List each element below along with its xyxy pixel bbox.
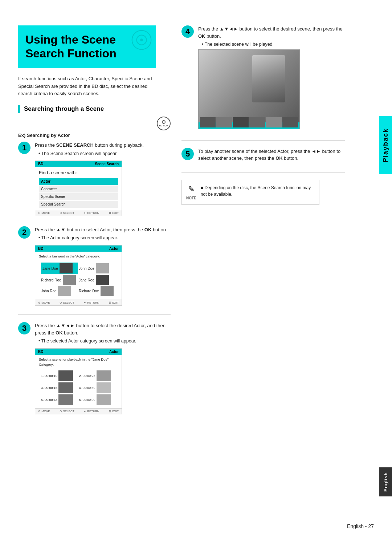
actor-jane-roe: Jane Roe [79, 275, 116, 285]
footer-select-1: ⊙ SELECT [60, 211, 74, 215]
svg-point-2 [140, 38, 143, 41]
screen-mockup-3: BD Actor Select a scene for playback in … [35, 348, 122, 414]
footer-select-3: ⊙ SELECT [60, 410, 74, 413]
actor-jane-doe: Jane Doe [41, 263, 78, 274]
screen-2-header-right: Actor [109, 247, 119, 251]
screen-1-header-right: Scene Search [95, 162, 119, 166]
screen-3-subtext: Select a scene for playback in the "Jane… [39, 357, 118, 368]
left-column: Using the Scene Search Function If searc… [18, 25, 171, 423]
actor-thumb-jane-roe [96, 275, 109, 285]
step-5-content: To play another scene of the selected Ac… [198, 148, 345, 163]
scene-cell-2: 2. 00:00:25 [79, 370, 116, 381]
step-1-bullet: The Scene Search screen will appear. [38, 150, 171, 157]
page-number: English - 27 [347, 523, 374, 529]
step-2-number: 2 [18, 226, 30, 239]
scene-cell-1: 1. 00:00:10 [41, 370, 78, 381]
step-3: 3 Press the ▲▼◄► button to select the de… [18, 322, 171, 414]
scene-image-large [198, 49, 300, 129]
scene-cell-5: 5. 00:00:48 [41, 394, 78, 405]
note-text: Depending on the disc, the Scene Search … [201, 185, 311, 197]
scene-small-thumb-4 [249, 117, 265, 127]
step-1-content: Press the SCENE SEARCH button during pla… [35, 142, 171, 218]
step-1: 1 Press the SCENE SEARCH button during p… [18, 142, 171, 218]
title-decorative-icon [131, 29, 152, 51]
subsection-heading: Searching through a Scene [18, 105, 171, 113]
step-2: 2 Press the ▲▼ button to select Actor, t… [18, 226, 171, 306]
screen-1-footer: ⊙ MOVE ⊙ SELECT ↩ RETURN ⊠ EXIT [35, 210, 122, 216]
step-4-content: Press the ▲▼◄► button to select the desi… [198, 25, 345, 131]
step-2-content: Press the ▲▼ button to select Actor, the… [35, 226, 171, 306]
screen-2-body: Select a keyword in the 'Actor' category… [35, 252, 122, 300]
scene-thumb-3 [58, 382, 73, 393]
scene-thumb-2 [97, 370, 111, 381]
scene-cell-4: 4. 00:00:50 [79, 382, 116, 393]
screen-3-header-left: BD [38, 350, 43, 354]
note-pencil-icon: ✎ [188, 184, 195, 194]
footer-exit-1: ⊠ EXIT [109, 211, 119, 215]
actor-richard-doe: Richard Doe [79, 286, 116, 296]
screen-2-subtext: Select a keyword in the 'Actor' category… [39, 254, 118, 259]
step-4-number: 4 [181, 25, 194, 38]
note-box: ✎ NOTE ■ Depending on the disc, the Scen… [181, 180, 319, 205]
scene-thumb-5 [58, 394, 73, 405]
footer-exit-2: ⊠ EXIT [109, 301, 119, 304]
actor-john-roe: John Roe [41, 286, 78, 296]
step-4: 4 Press the ▲▼◄► button to select the de… [181, 25, 345, 131]
footer-return-3: ↩ RETURN [84, 410, 99, 413]
screen-3-header-right: Actor [109, 350, 119, 354]
actor-richard-roe: Richard Roe [41, 275, 78, 285]
note-content: ■ Depending on the disc, the Scene Searc… [201, 184, 315, 200]
scene-small-thumb-1 [200, 117, 216, 127]
ex-label: Ex) Searching by Actor [18, 133, 171, 138]
footer-select-2: ⊙ SELECT [60, 301, 74, 304]
page-wrapper: Playback English Using the Scene Search … [0, 0, 392, 540]
step-5: 5 To play another scene of the selected … [181, 148, 345, 163]
menu-item-specific-scene: Specific Scene [39, 193, 118, 200]
step-3-content: Press the ▲▼◄► button to select the desi… [35, 322, 171, 414]
screen-1-find-text: Find a scene with: [39, 169, 118, 176]
actor-thumb-jane-doe [60, 263, 73, 273]
bdrom-icon: BD-ROM [157, 117, 171, 130]
screen-3-body: Select a scene for playback in the "Jane… [35, 355, 122, 408]
title-box: Using the Scene Search Function [18, 25, 156, 68]
scene-thumbnail-row [200, 117, 298, 127]
step-2-bullet: The Actor category screen will appear. [38, 235, 171, 241]
step-3-number: 3 [18, 322, 30, 334]
menu-item-actor: Actor [39, 178, 118, 185]
step-4-bullet: The selected scene will be played. [202, 41, 345, 48]
section-description: If search functions such as Actor, Chara… [18, 75, 160, 98]
step-1-number: 1 [18, 142, 30, 154]
screen-1-header: BD Scene Search [35, 161, 122, 167]
scene-cell-6: 6. 00:00:00 [79, 394, 116, 405]
divider-after-step2 [18, 314, 171, 315]
step-5-number: 5 [181, 148, 194, 160]
footer-move-1: ⊙ MOVE [38, 211, 50, 215]
scene-thumb-6 [97, 394, 111, 405]
actor-thumb-john-doe [96, 263, 109, 273]
screen-1-header-left: BD [38, 162, 43, 166]
footer-exit-3: ⊠ EXIT [109, 410, 119, 413]
screen-2-header-left: BD [38, 247, 43, 251]
scene-grid: 1. 00:00:10 2. 00:00:25 3. 00:00:15 [39, 369, 118, 407]
main-content: Using the Scene Search Function If searc… [0, 0, 377, 445]
scene-small-thumb-2 [216, 117, 232, 127]
scene-small-thumb-5 [266, 117, 281, 127]
page-title: Using the Scene Search Function [25, 33, 145, 61]
footer-move-2: ⊙ MOVE [38, 301, 50, 304]
step-4-text: Press the ▲▼◄► button to select the desi… [198, 25, 345, 40]
scene-thumb-1 [58, 370, 73, 381]
step-5-text: To play another scene of the selected Ac… [198, 148, 345, 162]
menu-item-character: Character [39, 186, 118, 192]
divider-between-4-5 [181, 140, 345, 141]
screen-2-footer: ⊙ MOVE ⊙ SELECT ↩ RETURN ⊠ EXIT [35, 300, 122, 305]
screen-1-body: Find a scene with: Actor Character Speci… [35, 167, 122, 210]
actor-grid: Jane Doe John Doe Richard Roe [39, 260, 118, 298]
english-tab: English [379, 467, 392, 496]
scene-small-thumb-6 [282, 117, 298, 127]
divider-before-note [181, 172, 345, 172]
right-column: 4 Press the ▲▼◄► button to select the de… [181, 25, 345, 423]
actor-thumb-john-roe [58, 286, 71, 296]
actor-john-doe: John Doe [79, 263, 116, 274]
bdrom-icon-row: BD-ROM [18, 117, 171, 130]
step-3-text: Press the ▲▼◄► button to select the desi… [35, 322, 171, 336]
